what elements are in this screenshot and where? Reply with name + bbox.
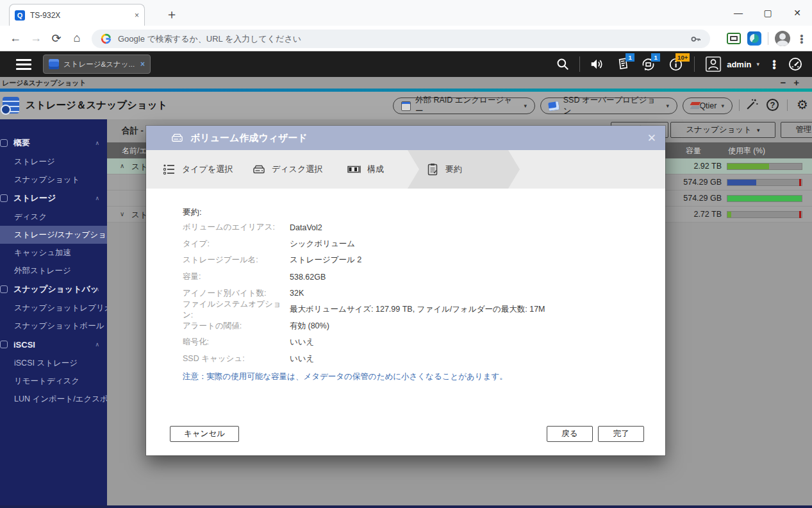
section-icon	[0, 341, 8, 348]
capture-extension-icon[interactable]	[727, 33, 741, 44]
open-app-tab[interactable]: ストレージ&スナッ... ×	[43, 55, 151, 74]
sidebar-item[interactable]: スナップショット	[0, 171, 107, 189]
finish-button[interactable]: 完了	[598, 426, 644, 442]
summary-field-value: 最大ボリュームサイズ: 127.99 TB, ファイル/フォルダーの最大数: 1…	[290, 304, 545, 315]
sidebar-section[interactable]: 概要 ∧	[0, 133, 107, 153]
summary-field-value: DataVol2	[290, 223, 322, 232]
window-min-max-controls[interactable]: −+	[780, 77, 807, 88]
sidebar-item[interactable]: 外部ストレージ	[0, 262, 107, 280]
sidebar: 概要 ∧ ストレージスナップショット ストレージ ∧ ディスクストレージ/スナッ…	[0, 119, 107, 505]
dialog-close-icon[interactable]: ✕	[647, 131, 656, 145]
google-logo-icon	[101, 33, 112, 44]
row-expand-icon[interactable]: ∨	[120, 210, 124, 217]
summary-field: 暗号化: いいえ	[146, 334, 665, 351]
sidebar-item[interactable]: iSCSI ストレージ	[0, 354, 107, 372]
notifications-icon[interactable]: 10+	[661, 51, 690, 77]
more-options-icon[interactable]: •••	[766, 60, 783, 69]
sidebar-section[interactable]: iSCSI ∧	[0, 335, 107, 354]
admin-menu[interactable]: admin ▾	[705, 56, 759, 72]
sidebar-section[interactable]: ストレージ ∧	[0, 189, 107, 208]
app-header: ストレージ＆スナップショット 外部 RAID エンクロージャー ▾ SSD オー…	[0, 92, 812, 119]
background-tasks-icon[interactable]: 1	[609, 51, 635, 77]
summary-field: SSD キャッシュ: いいえ	[146, 351, 665, 368]
app-title: ストレージ＆スナップショット	[26, 99, 167, 112]
window-minimize-button[interactable]: —	[724, 8, 753, 18]
external-raid-button[interactable]: 外部 RAID エンクロージャー ▾	[393, 97, 535, 114]
browser-tab[interactable]: Q TS-932X ×	[9, 4, 145, 26]
info-badge: 10+	[675, 53, 690, 62]
browser-menu-icon[interactable]: •••	[797, 34, 807, 44]
summary-clipboard-icon	[426, 162, 440, 176]
collapse-icon[interactable]: ∧	[95, 195, 99, 201]
storage-app-icon	[49, 59, 59, 69]
chevron-down-icon: ▾	[756, 61, 759, 67]
divider	[768, 32, 768, 45]
profile-avatar[interactable]	[775, 31, 790, 46]
manage-button[interactable]: 管理	[781, 122, 812, 138]
partition-icon	[347, 162, 361, 176]
qfinder-extension-icon[interactable]	[747, 31, 761, 46]
help-icon[interactable]: ?	[766, 99, 779, 111]
sidebar-item[interactable]: ストレージ	[0, 153, 107, 171]
qnap-favicon-icon: Q	[15, 10, 25, 21]
snapshot-button[interactable]: スナップショット▾	[670, 122, 775, 138]
chevron-down-icon: ▾	[666, 103, 669, 109]
column-capacity[interactable]: 容量	[686, 146, 701, 157]
gear-icon[interactable]: ⚙	[797, 97, 808, 112]
sidebar-item[interactable]: スナップショットボールト	[0, 317, 107, 335]
threshold-tick	[799, 179, 801, 186]
qnap-top-bar-right: 1 1 10+ admin ▾ •••	[550, 51, 812, 77]
recovery-wand-icon[interactable]	[745, 97, 759, 111]
summary-field-value: 32K	[290, 289, 304, 298]
new-tab-button[interactable]: ＋	[163, 5, 181, 23]
admin-label: admin	[727, 60, 751, 69]
summary-field-label: ストレージプール名:	[183, 255, 290, 266]
divider	[787, 99, 788, 111]
back-button[interactable]: 戻る	[547, 426, 593, 442]
device-status-icon[interactable]: 1	[635, 51, 661, 77]
sidebar-item[interactable]: ストレージ/スナップショ...	[0, 226, 107, 244]
ssd-overprovision-button[interactable]: SSD オーバープロビジョン ▾	[540, 97, 677, 114]
qtier-button[interactable]: Qtier ▾	[683, 97, 733, 114]
collapse-icon[interactable]: ∧	[95, 341, 99, 348]
sidebar-item[interactable]: スナップショットレプリカ	[0, 299, 107, 317]
main-menu-icon[interactable]	[16, 59, 31, 70]
volume-icon	[170, 131, 184, 145]
sidebar-item[interactable]: キャッシュ加速	[0, 244, 107, 262]
step-select-type: タイプを選択	[162, 150, 252, 189]
reload-icon[interactable]: ⟳	[46, 31, 67, 46]
collapse-icon[interactable]: ∧	[95, 140, 99, 146]
column-usage[interactable]: 使用率 (%)	[728, 146, 765, 157]
row-expand-icon[interactable]: ∧	[120, 162, 124, 169]
section-icon	[0, 285, 8, 293]
qnap-window-titlebar[interactable]: レージ&スナップショット −+	[0, 77, 812, 89]
home-icon[interactable]: ⌂	[67, 31, 87, 45]
chevron-down-icon: ▾	[721, 103, 724, 109]
search-icon[interactable]	[550, 51, 576, 77]
summary-field-label: アイノード別バイト数:	[183, 288, 290, 299]
sidebar-item[interactable]: ディスク	[0, 208, 107, 226]
browser-window-controls: — ▢ ✕	[724, 0, 812, 26]
cancel-button[interactable]: キャンセル	[170, 426, 239, 442]
summary-field-value: いいえ	[290, 337, 314, 348]
sidebar-section[interactable]: スナップショットバッ ∧	[0, 280, 107, 299]
window-close-button[interactable]: ✕	[783, 8, 812, 18]
dialog-header[interactable]: ボリューム作成ウィザード ✕	[146, 126, 665, 150]
summary-field-label: 暗号化:	[183, 337, 290, 348]
sidebar-item[interactable]: LUN インポート/エクスポ...	[0, 390, 107, 408]
summary-field: ファイルシステムオプション: 最大ボリュームサイズ: 127.99 TB, ファ…	[146, 301, 665, 318]
row-capacity: 2.72 TB	[693, 210, 722, 219]
sidebar-item[interactable]: リモートディスク	[0, 372, 107, 390]
threshold-tick	[799, 211, 801, 218]
collapse-icon[interactable]: ∧	[95, 286, 99, 292]
key-icon[interactable]	[690, 33, 701, 45]
app-tab-close-icon[interactable]: ×	[140, 60, 145, 69]
back-icon[interactable]: ←	[5, 31, 26, 45]
dashboard-icon[interactable]	[783, 51, 808, 77]
volume-icon[interactable]	[584, 51, 609, 77]
window-maximize-button[interactable]: ▢	[753, 8, 783, 18]
tab-close-icon[interactable]: ×	[135, 11, 139, 20]
browser-toolbar: ← → ⟳ ⌂ Google で検索するか、URL を入力してください •••	[0, 26, 812, 51]
address-bar[interactable]: Google で検索するか、URL を入力してください	[92, 30, 710, 48]
tasks-badge: 1	[626, 53, 634, 62]
